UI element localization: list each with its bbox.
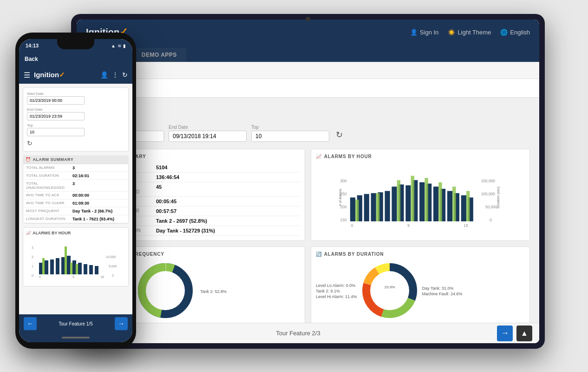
svg-text:150: 150 bbox=[340, 218, 346, 222]
svg-rect-28 bbox=[447, 191, 452, 221]
svg-rect-30 bbox=[461, 195, 466, 221]
tablet-camera bbox=[306, 17, 310, 21]
theme-label: Light Theme bbox=[457, 29, 491, 36]
duration-donut-svg: 23.9% bbox=[359, 260, 420, 321]
svg-text:3: 3 bbox=[32, 246, 33, 249]
sign-in-button[interactable]: 👤 Sign In bbox=[410, 29, 438, 36]
phone-time: 14:13 bbox=[26, 43, 39, 48]
phone-prev-button[interactable]: ← bbox=[24, 317, 37, 330]
phone-back-button[interactable]: Back bbox=[25, 56, 38, 62]
svg-text:18: 18 bbox=[464, 223, 468, 228]
scroll-top-button[interactable]: ▲ bbox=[516, 326, 532, 341]
phone-top-group: Top bbox=[27, 123, 85, 136]
svg-rect-24 bbox=[419, 182, 425, 221]
svg-rect-75 bbox=[76, 264, 78, 274]
tablet-footer: ← Tour Feature 2/3 → ▲ bbox=[77, 323, 539, 343]
wifi-icon: ≋ bbox=[118, 43, 121, 48]
alarms-by-hour-title: 📈 ALARMS BY HOUR bbox=[316, 154, 525, 159]
phone-end-date-input[interactable] bbox=[27, 112, 85, 120]
svg-rect-36 bbox=[425, 178, 428, 221]
svg-text:100,000: 100,000 bbox=[481, 192, 496, 196]
phone-home-bar bbox=[62, 337, 90, 339]
end-date-label: End Date bbox=[169, 125, 247, 130]
phone-refresh-button[interactable]: ↻ bbox=[27, 140, 33, 147]
svg-rect-32 bbox=[355, 199, 359, 221]
phone-bar-chart-svg: 0 1 2 3 0 5,000 10,000 0 9 18 bbox=[26, 237, 127, 281]
date-row: Start Date End Date Top ↻ bbox=[86, 125, 530, 142]
duration-donut: 23.9% bbox=[359, 260, 420, 323]
phone-footer: ← Tour Feature 1/5 → bbox=[19, 314, 132, 333]
phone-alarm-table: TOTAL ALARMS 3 TOTAL DURATION 02:16:01 T… bbox=[23, 164, 129, 224]
phone-refresh-icon[interactable]: ↻ bbox=[122, 71, 128, 79]
frequency-donut bbox=[135, 260, 196, 323]
svg-text:300: 300 bbox=[340, 179, 346, 183]
phone-chart-title: 📈 ALARMS BY HOUR bbox=[26, 231, 125, 235]
phone-alarm-row-most-frequent: MOST FREQUENT Day Tank - 2 (66.7%) bbox=[23, 207, 128, 215]
analysis-section: ANALYSIS Start Date End Date T bbox=[86, 116, 530, 142]
phone-start-date-input[interactable] bbox=[27, 96, 85, 105]
top-group: Top bbox=[251, 125, 329, 142]
svg-text:9: 9 bbox=[407, 223, 410, 228]
phone-end-date-group: End Date bbox=[27, 107, 85, 120]
svg-text:# of Alarms: # of Alarms bbox=[338, 189, 342, 206]
phone-start-date-group: Start Date bbox=[27, 92, 85, 105]
duration-icon: 🔄 bbox=[316, 252, 322, 257]
tour-text: Tour Feature 2/3 bbox=[276, 330, 320, 337]
svg-rect-38 bbox=[452, 186, 456, 221]
analysis-label: ANALYSIS bbox=[86, 116, 530, 122]
refresh-button[interactable]: ↻ bbox=[334, 128, 345, 142]
phone-alarm-row-unack: TOTAL UNACKNOWLEDGED 3 bbox=[23, 180, 128, 192]
top-label: Top bbox=[251, 125, 329, 130]
svg-rect-34 bbox=[397, 180, 400, 221]
phone-toolbar: ☰ Ignition✓ 👤 ⋮ ↻ bbox=[19, 66, 132, 84]
top-input[interactable] bbox=[251, 131, 329, 142]
svg-rect-67 bbox=[72, 260, 76, 274]
content-body[interactable]: Journal ANALYSIS Start Date End Date bbox=[77, 98, 539, 323]
svg-text:1: 1 bbox=[32, 265, 33, 268]
phone-alarm-row-avg-clear: AVG TIME TO CLEAR 01:09:30 bbox=[23, 199, 128, 207]
duration-legend-right: Day Tank: 31.0% Machine Fault: 24.6% bbox=[422, 286, 463, 297]
end-date-input[interactable] bbox=[169, 131, 247, 142]
phone-top-label: Top bbox=[27, 123, 85, 127]
phone-top-input[interactable] bbox=[27, 128, 85, 136]
svg-text:23.9%: 23.9% bbox=[384, 285, 395, 289]
svg-point-43 bbox=[146, 271, 185, 310]
phone-notch bbox=[57, 39, 94, 49]
language-label: English bbox=[510, 29, 530, 36]
svg-text:2: 2 bbox=[32, 255, 33, 259]
chart-icon: 📈 bbox=[316, 154, 322, 159]
tank2-label: Tank 2: 52.8% bbox=[200, 289, 227, 294]
duration-chart-content: Level Lo Alarm: 0.0% Tank 2: 9.1% Level … bbox=[316, 260, 525, 323]
svg-rect-74 bbox=[70, 263, 72, 274]
bar-chart: 150 200 250 300 0 50,000 100,000 150,000 bbox=[316, 163, 525, 228]
svg-rect-70 bbox=[89, 265, 93, 274]
phone-content[interactable]: Start Date End Date Top ↻ bbox=[19, 84, 132, 314]
more-icon[interactable]: ⋮ bbox=[112, 71, 118, 79]
svg-rect-64 bbox=[56, 258, 59, 274]
phone-alarm-summary-header: ⏰ ALARM SUMMARY bbox=[23, 155, 129, 164]
phone-device: 14:13 ▲ ≋ ▮ Back ☰ Ignition✓ 👤 ⋮ ↻ bbox=[15, 33, 136, 349]
next-button[interactable]: → bbox=[497, 326, 513, 341]
journal-section-title: Journal bbox=[86, 105, 530, 113]
home-row: 🏠 HOME bbox=[77, 62, 539, 79]
profile-icon[interactable]: 👤 bbox=[100, 71, 108, 79]
phone-alarm-row-longest: LONGEST DURATION Tank 1 - 7621 (93.4%) bbox=[23, 215, 128, 223]
svg-rect-37 bbox=[438, 182, 442, 221]
tab-demo-apps[interactable]: DEMO APPS bbox=[132, 48, 186, 62]
end-date-group: End Date bbox=[169, 125, 247, 142]
svg-text:10,000: 10,000 bbox=[106, 255, 116, 259]
phone-tour-text: Tour Feature 1/5 bbox=[59, 321, 92, 326]
phone-logo: Ignition✓ bbox=[34, 71, 97, 79]
phone-next-button[interactable]: → bbox=[115, 317, 128, 330]
tablet-nav: FEATURES DEMO APPS bbox=[77, 45, 539, 62]
theme-toggle[interactable]: ☀️ Light Theme bbox=[448, 29, 491, 36]
svg-rect-35 bbox=[411, 176, 414, 221]
hamburger-icon[interactable]: ☰ bbox=[24, 71, 30, 80]
charts-row-1: ⏰ ALARM SUMMARY TOTAL ALARMS 5104 TOTAL … bbox=[86, 149, 530, 241]
phone-alarm-row-total: TOTAL ALARMS 3 bbox=[23, 164, 128, 172]
tablet-screen: Ignition ✓ 👤 Sign In ☀️ Light Theme 🌐 En… bbox=[77, 20, 539, 343]
language-selector[interactable]: 🌐 English bbox=[500, 29, 530, 36]
svg-rect-69 bbox=[84, 264, 87, 274]
scene: Ignition ✓ 👤 Sign In ☀️ Light Theme 🌐 En… bbox=[15, 5, 573, 367]
svg-rect-68 bbox=[78, 263, 82, 274]
